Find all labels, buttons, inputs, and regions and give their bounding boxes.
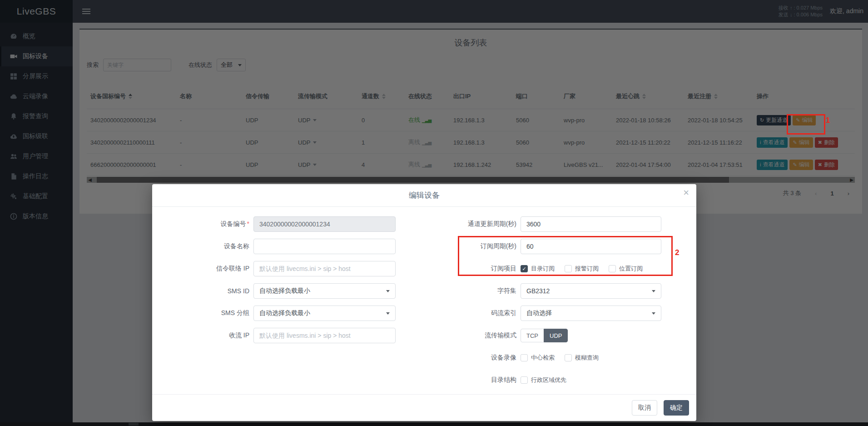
form-row-stream-index: 码流索引 自动选择: [443, 306, 661, 321]
signal-ip-field[interactable]: [253, 261, 396, 276]
modal-footer: 取消 确定: [152, 394, 696, 421]
annotation-label-step2: 2: [675, 248, 679, 257]
device-name-label: 设备名称: [181, 242, 249, 251]
channel-refresh-field[interactable]: [521, 216, 661, 232]
chevron-down-icon: [652, 290, 655, 292]
catalog-structure-label: 目录结构: [443, 376, 516, 384]
chevron-down-icon: [386, 290, 390, 292]
form-row-charset: 字符集 GB2312: [443, 283, 661, 299]
fuzzy-query-checkbox[interactable]: ✓模糊查询: [565, 354, 599, 362]
form-row-sms-id: SMS ID 自动选择负载最小: [181, 283, 396, 299]
sms-id-select[interactable]: 自动选择负载最小: [253, 283, 396, 299]
sms-group-select[interactable]: 自动选择负载最小: [253, 306, 396, 321]
subscribe-period-label: 订阅周期(秒): [443, 242, 516, 251]
form-row-device-name: 设备名称: [181, 239, 396, 254]
tcp-toggle-button[interactable]: TCP: [521, 329, 544, 342]
signal-ip-label: 信令联络 IP: [181, 265, 249, 273]
sms-group-label: SMS 分组: [181, 309, 249, 317]
subscribe-items-label: 订阅项目: [443, 265, 516, 273]
device-record-label: 设备录像: [443, 354, 516, 362]
center-search-checkbox[interactable]: ✓中心检索: [521, 354, 555, 362]
charset-select[interactable]: GB2312: [521, 283, 661, 299]
livegbs-app: LiveGBS 概览 国标设备 分屏展示 云端录像 报警查询: [0, 0, 868, 426]
stream-index-label: 码流索引: [443, 309, 516, 317]
form-column-right: 通道更新周期(秒) 订阅周期(秒) 订阅项目 ✓目录订阅 ✓报警订阅 ✓位置订阅: [443, 216, 661, 395]
form-row-device-record: 设备录像 ✓中心检索 ✓模糊查询: [443, 350, 661, 366]
form-row-subscribe-period: 订阅周期(秒): [443, 239, 661, 254]
modal-body: 设备编号* 设备名称 信令联络 IP SMS ID 自动选择负载最小 SMS 分…: [152, 207, 696, 395]
close-icon[interactable]: ×: [683, 188, 689, 198]
required-mark: *: [247, 220, 249, 227]
stream-mode-label: 流传输模式: [443, 331, 516, 340]
stream-mode-toggle: TCP UDP: [521, 329, 568, 342]
modal-header: 编辑设备 ×: [152, 184, 696, 207]
form-row-device-id: 设备编号*: [181, 216, 396, 232]
form-row-recv-ip: 收流 IP: [181, 328, 396, 343]
annotation-label-step1: 1: [826, 116, 830, 125]
device-id-label: 设备编号: [221, 220, 246, 227]
device-name-field[interactable]: [253, 239, 396, 254]
admin-region-priority-checkbox[interactable]: ✓行政区域优先: [521, 376, 566, 384]
form-row-signal-ip: 信令联络 IP: [181, 261, 396, 276]
form-row-channel-refresh: 通道更新周期(秒): [443, 216, 661, 232]
device-id-field: [253, 216, 396, 232]
edit-device-modal: 编辑设备 × 设备编号* 设备名称 信令联络 IP SMS ID: [152, 184, 696, 421]
charset-label: 字符集: [443, 287, 516, 295]
channel-refresh-label: 通道更新周期(秒): [443, 220, 516, 228]
form-row-stream-mode: 流传输模式 TCP UDP: [443, 328, 661, 343]
form-row-sms-group: SMS 分组 自动选择负载最小: [181, 306, 396, 321]
confirm-button[interactable]: 确定: [664, 400, 689, 416]
chevron-down-icon: [386, 312, 390, 315]
position-subscribe-checkbox[interactable]: ✓位置订阅: [609, 265, 643, 273]
subscribe-period-field[interactable]: [521, 239, 661, 254]
recv-ip-field[interactable]: [253, 328, 396, 343]
sms-id-label: SMS ID: [181, 287, 249, 295]
udp-toggle-button[interactable]: UDP: [544, 329, 568, 342]
recv-ip-label: 收流 IP: [181, 331, 249, 340]
form-row-catalog-structure: 目录结构 ✓行政区域优先: [443, 372, 661, 388]
check-icon: ✓: [522, 266, 526, 271]
form-column-left: 设备编号* 设备名称 信令联络 IP SMS ID 自动选择负载最小 SMS 分…: [181, 216, 396, 395]
cancel-button[interactable]: 取消: [632, 400, 657, 416]
modal-title: 编辑设备: [409, 190, 440, 200]
stream-index-select[interactable]: 自动选择: [521, 306, 661, 321]
catalog-subscribe-checkbox[interactable]: ✓目录订阅: [521, 265, 555, 273]
form-row-subscribe-items: 订阅项目 ✓目录订阅 ✓报警订阅 ✓位置订阅: [443, 261, 661, 276]
chevron-down-icon: [652, 312, 655, 315]
alarm-subscribe-checkbox[interactable]: ✓报警订阅: [565, 265, 599, 273]
